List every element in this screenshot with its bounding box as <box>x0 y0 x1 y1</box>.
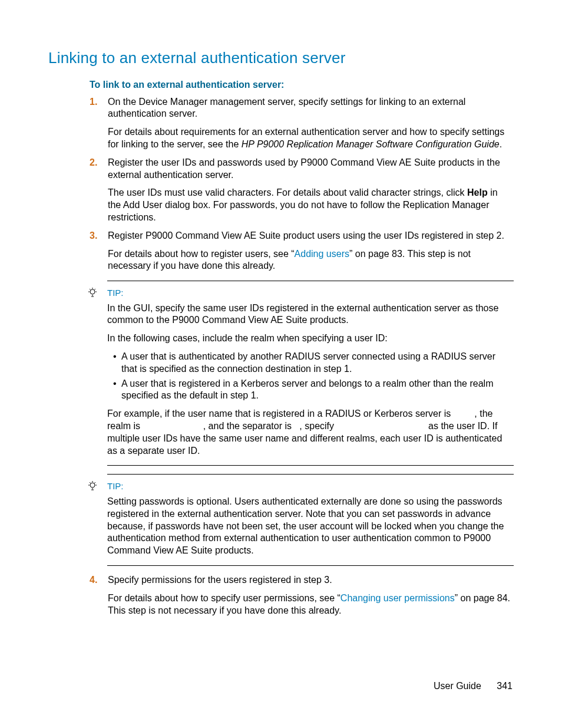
step-2: 2. Register the user IDs and passwords u… <box>90 157 513 224</box>
tip-label: TIP: <box>107 287 514 299</box>
step-1: 1. On the Device Manager management serv… <box>90 96 513 151</box>
svg-line-5 <box>90 289 91 290</box>
svg-point-8 <box>90 483 95 487</box>
tip-text: Setting passwords is optional. Users aut… <box>107 496 514 557</box>
lightbulb-icon <box>87 287 98 301</box>
procedure-heading: To link to an external authentication se… <box>90 79 513 91</box>
xref-changing-permissions[interactable]: Changing user permissions <box>340 593 455 603</box>
doc-ref: HP P9000 Replication Manager Software Co… <box>242 139 500 149</box>
tip-text: In the GUI, specify the same user IDs re… <box>107 302 514 327</box>
step-number: 4. <box>90 574 97 587</box>
step-number: 3. <box>90 230 97 242</box>
ui-label-help: Help <box>467 187 488 197</box>
step-3: 3. Register P9000 Command View AE Suite … <box>90 230 513 272</box>
page-number: 341 <box>497 681 513 691</box>
step-text: Register the user IDs and passwords used… <box>108 157 513 182</box>
step-number: 2. <box>90 157 97 169</box>
tip-box: TIP: In the GUI, specify the same user I… <box>107 281 514 466</box>
step-text: For details about how to register users,… <box>108 248 513 273</box>
step-4: 4. Specify permissions for the users reg… <box>90 574 513 617</box>
tip-bullet: A user that is authenticated by another … <box>121 351 514 375</box>
tip-bullet: A user that is registered in a Kerberos … <box>121 378 514 403</box>
step-text: Specify permissions for the users regist… <box>108 574 513 587</box>
tip-text: In the following cases, include the real… <box>107 332 514 345</box>
tip-box: TIP: Setting passwords is optional. User… <box>107 474 514 565</box>
xref-adding-users[interactable]: Adding users <box>295 249 349 259</box>
lightbulb-icon <box>87 480 98 495</box>
svg-line-14 <box>95 482 96 483</box>
step-text: The user IDs must use valid characters. … <box>108 187 513 223</box>
svg-line-6 <box>95 289 96 290</box>
page-footer: User Guide 341 <box>434 680 513 693</box>
footer-label: User Guide <box>434 681 481 691</box>
tip-label: TIP: <box>107 480 514 492</box>
svg-point-0 <box>90 289 95 294</box>
section-title: Linking to an external authentication se… <box>48 48 513 68</box>
step-text: For details about how to specify user pe… <box>108 592 513 617</box>
step-text: Register P9000 Command View AE Suite pro… <box>108 230 513 242</box>
svg-line-13 <box>90 482 91 483</box>
tip-text: For example, if the user name that is re… <box>107 408 514 457</box>
step-number: 1. <box>90 96 97 108</box>
step-text: For details about requirements for an ex… <box>108 126 513 151</box>
step-text: On the Device Manager management server,… <box>108 96 513 121</box>
